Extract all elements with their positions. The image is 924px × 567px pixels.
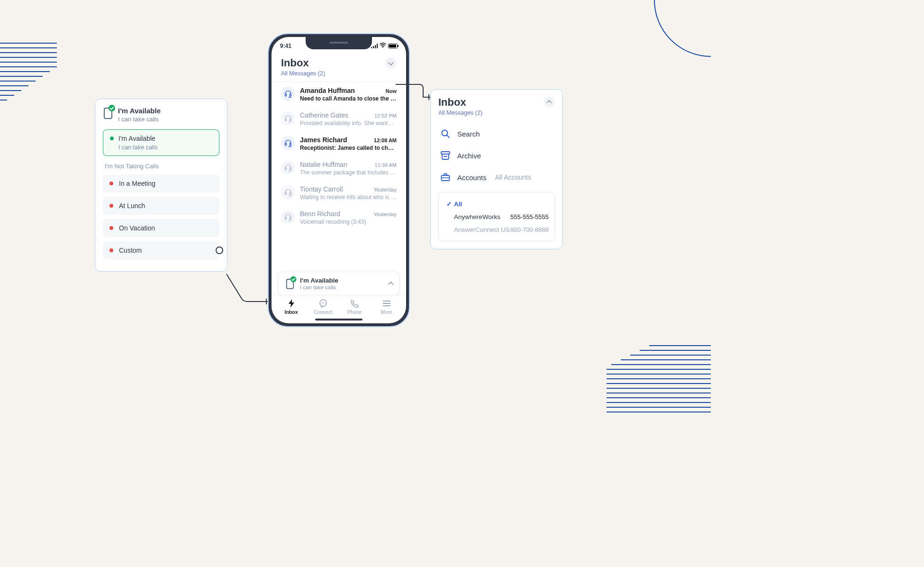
tab-phone[interactable]: Phone — [339, 299, 371, 315]
message-preview: Receptionist: James called to check.. — [300, 145, 397, 151]
message-row[interactable]: Natalie Huffman11:38 AMThe summer packag… — [272, 156, 406, 181]
status-item-label: In a Meeting — [119, 180, 155, 187]
message-name: James Richard — [300, 136, 347, 144]
panel-row-search[interactable]: Search — [438, 123, 555, 145]
status-option-custom[interactable]: Custom — [103, 241, 219, 259]
headset-icon — [281, 111, 295, 126]
phone-frame: 9:41 Inbox All Messages (2) Amanda Huffm… — [268, 33, 410, 327]
account-row[interactable]: AnywhereWorks 555-555-5555 — [444, 210, 549, 223]
connector-line-2 — [396, 83, 434, 102]
inbox-panel-title: Inbox — [438, 96, 482, 109]
headset-icon — [281, 210, 295, 224]
inbox-panel-subtitle: All Messages (2) — [438, 110, 482, 116]
availability-header: I'm Available I can take calls — [103, 107, 219, 123]
message-row[interactable]: Amanda HuffmanNowNeed to call Amanda to … — [272, 82, 406, 107]
svg-point-17 — [442, 130, 448, 136]
tab-label: Phone — [347, 309, 362, 315]
bg-lines-bottom-right — [607, 345, 711, 412]
tab-more[interactable]: More — [371, 299, 402, 315]
message-preview: Waiting to receive info about who is fre… — [300, 194, 397, 201]
tab-label: Inbox — [285, 309, 298, 315]
search-icon — [440, 128, 451, 139]
panel-row-archive[interactable]: Archive — [438, 145, 555, 166]
headset-icon — [281, 185, 295, 200]
account-name: AnswerConnect US — [454, 226, 510, 233]
message-row[interactable]: Benn RichardYesterdayVoicemail recodring… — [272, 205, 406, 230]
svg-point-15 — [323, 302, 324, 303]
message-name: Natalie Huffman — [300, 161, 347, 168]
message-time: Yesterday — [373, 211, 397, 217]
panel-row-hint: All Accounts — [495, 174, 531, 181]
connector-line-1 — [223, 270, 275, 303]
chevron-up-icon — [389, 281, 393, 286]
battery-icon — [388, 44, 398, 48]
tab-connect[interactable]: Connect — [307, 299, 339, 315]
message-time: 11:38 AM — [375, 162, 397, 168]
message-row[interactable]: James Richard12:08 AMReceptionist: James… — [272, 131, 406, 156]
message-name: Catherine Gates — [300, 111, 348, 119]
status-option-vacation[interactable]: On Vacation — [103, 219, 219, 237]
status-bar-time: 9:41 — [280, 43, 291, 49]
message-time: 12:52 PM — [374, 113, 397, 119]
phone-notch — [306, 37, 372, 49]
home-indicator — [315, 319, 362, 320]
message-name: Tiontay Carroll — [300, 185, 343, 193]
check-icon: ✓ — [444, 200, 454, 208]
bg-lines-top-left — [0, 43, 57, 101]
message-name: Benn Richard — [300, 210, 340, 218]
wifi-icon — [380, 43, 386, 49]
account-label: All — [454, 201, 549, 208]
phone-screen: 9:41 Inbox All Messages (2) Amanda Huffm… — [272, 37, 406, 323]
status-option-label: I'm Available — [118, 135, 155, 142]
availability-bar-title: I'm Available — [300, 277, 338, 284]
status-option-meeting[interactable]: In a Meeting — [103, 174, 219, 192]
headset-icon — [281, 87, 295, 101]
availability-status-card: I'm Available I can take calls I'm Avail… — [95, 99, 227, 272]
svg-point-0 — [382, 47, 383, 48]
panel-row-label: Accounts — [457, 174, 487, 182]
connector-knob-icon — [216, 247, 223, 254]
inbox-panel-collapse-button[interactable] — [544, 96, 555, 108]
message-preview: Voicemail recodring (3:43) — [300, 219, 397, 225]
inbox-expand-button[interactable] — [385, 57, 397, 69]
svg-point-16 — [324, 302, 325, 303]
svg-rect-18 — [441, 152, 450, 154]
status-dot-green-icon — [110, 137, 114, 140]
inbox-title: Inbox — [281, 57, 309, 69]
headset-icon — [281, 161, 295, 175]
status-dot-red-icon — [109, 204, 113, 208]
inbox-panel: Inbox All Messages (2) Search Archive Ac… — [430, 89, 563, 249]
menu-icon — [382, 299, 391, 308]
status-option-lunch[interactable]: At Lunch — [103, 197, 219, 215]
availability-bar[interactable]: I'm Available I can take calls — [278, 272, 399, 295]
message-list[interactable]: Amanda HuffmanNowNeed to call Amanda to … — [272, 82, 406, 269]
tab-bar: Inbox Connect Phone More — [272, 295, 406, 317]
phone-available-icon — [285, 278, 295, 289]
tab-inbox[interactable]: Inbox — [275, 299, 307, 315]
message-row[interactable]: Catherine Gates12:52 PMProvided availabi… — [272, 107, 406, 131]
account-row[interactable]: AnswerConnect US 800-700-8888 — [444, 223, 549, 236]
account-number: 555-555-5555 — [510, 213, 549, 220]
account-row-all[interactable]: ✓ All — [444, 197, 549, 210]
availability-header-sub: I can take calls — [118, 116, 161, 123]
headset-icon — [281, 136, 295, 150]
message-time: 12:08 AM — [374, 137, 397, 143]
status-dot-red-icon — [109, 226, 113, 230]
svg-point-14 — [321, 302, 322, 303]
status-option-sub: I can take calls — [118, 144, 212, 151]
phone-available-icon — [103, 107, 113, 119]
message-time: Yesterday — [373, 187, 397, 192]
chat-icon — [319, 299, 327, 308]
inbox-subtitle: All Messages (2) — [281, 70, 397, 77]
status-option-available[interactable]: I'm Available I can take calls — [103, 129, 219, 156]
inbox-header: Inbox All Messages (2) — [272, 55, 406, 82]
panel-row-accounts[interactable]: Accounts All Accounts — [438, 166, 555, 188]
signal-icon — [371, 44, 378, 48]
account-number: 800-700-8888 — [510, 226, 549, 233]
status-dot-red-icon — [109, 182, 113, 185]
availability-bar-sub: I can take calls — [300, 284, 338, 290]
message-preview: Need to call Amanda to close the deal — [300, 95, 397, 102]
message-row[interactable]: Tiontay CarrollYesterdayWaiting to recei… — [272, 181, 406, 205]
archive-icon — [440, 150, 451, 161]
message-preview: Provided availability info. She wanted t… — [300, 120, 397, 127]
